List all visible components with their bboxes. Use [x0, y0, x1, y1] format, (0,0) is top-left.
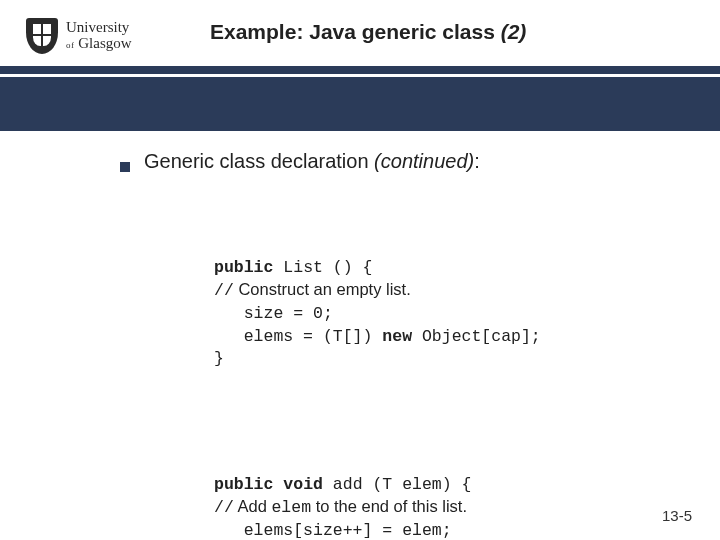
- bullet-text: Generic class declaration: [144, 150, 374, 172]
- line-body-2: elems[size++] = elem;: [214, 521, 452, 540]
- comment-pre-2: Add: [234, 497, 272, 515]
- comment-post-2: to the end of this list.: [311, 497, 467, 515]
- logo-text: University of Glasgow: [66, 20, 132, 52]
- code-area: public List () { // Construct an empty l…: [214, 191, 680, 540]
- logo-line1: University: [66, 20, 132, 36]
- close-1: }: [214, 349, 224, 368]
- crest-icon: [26, 18, 58, 54]
- sig-rest-1: List () {: [273, 258, 372, 277]
- comment-slashes-1: //: [214, 281, 234, 300]
- kw-new: new: [382, 327, 412, 346]
- line-elems-1a: elems = (T[]): [214, 327, 382, 346]
- constructor-block: public List () { // Construct an empty l…: [214, 235, 680, 392]
- title-paren: (2): [501, 20, 527, 43]
- kw-public-2: public: [214, 475, 273, 494]
- title-main: Example: Java generic class: [210, 20, 501, 43]
- bullet-colon: :: [474, 150, 480, 172]
- slide-title: Example: Java generic class (2): [210, 20, 720, 44]
- logo-of: of: [66, 40, 75, 50]
- slide-content: Generic class declaration (continued): p…: [120, 150, 680, 540]
- bullet-text-wrap: Generic class declaration (continued):: [144, 150, 480, 173]
- bullet-item: Generic class declaration (continued):: [120, 150, 680, 173]
- bullet-continued: (continued): [374, 150, 474, 172]
- comment-code-2: elem: [271, 498, 311, 517]
- divider-thin: [0, 66, 720, 74]
- square-bullet-icon: [120, 162, 130, 172]
- logo-line2: Glasgow: [78, 35, 131, 51]
- sig-rest-2: add (T elem) {: [323, 475, 472, 494]
- university-logo: University of Glasgow: [26, 16, 166, 56]
- line-size: size = 0;: [214, 304, 333, 323]
- banner-bar: [0, 77, 720, 131]
- kw-public-1: public: [214, 258, 273, 277]
- comment-slashes-2: //: [214, 498, 234, 517]
- comment-text-1: Construct an empty list.: [234, 280, 411, 298]
- page-number: 13-5: [662, 507, 692, 524]
- line-elems-1b: Object[cap];: [412, 327, 541, 346]
- kw-void: void: [273, 475, 323, 494]
- slide-header: University of Glasgow Example: Java gene…: [0, 0, 720, 66]
- add-method-block: public void add (T elem) { // Add elem t…: [214, 451, 680, 540]
